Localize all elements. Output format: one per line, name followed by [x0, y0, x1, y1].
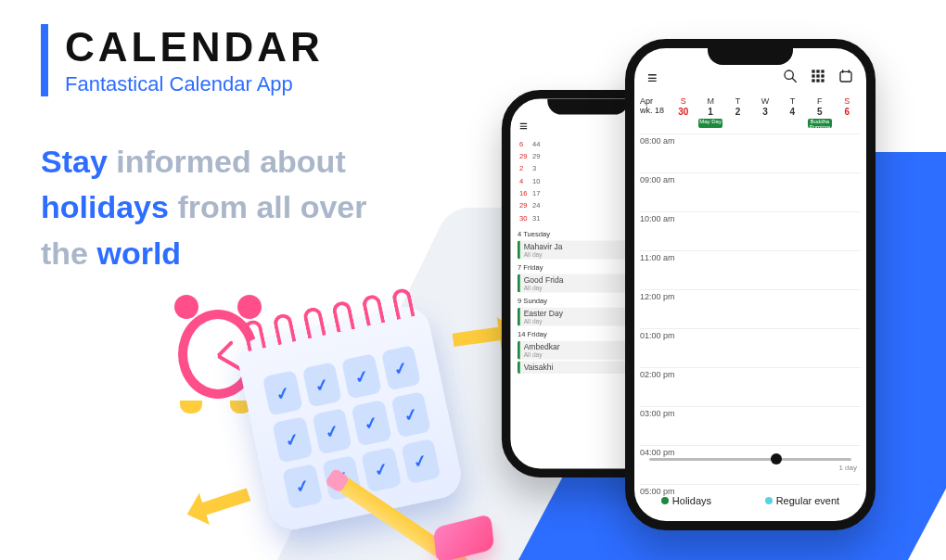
svg-rect-5	[812, 74, 814, 77]
day-number: 3	[751, 107, 778, 117]
mini-week-number: 24	[532, 203, 540, 210]
tagline-word-the: the	[41, 235, 88, 271]
day-name: T	[724, 97, 751, 107]
day-column[interactable]: F5Buddha Purnima	[806, 97, 833, 128]
apps-grid-icon[interactable]	[811, 69, 825, 88]
arrow-icon	[182, 478, 254, 530]
mini-date: 6	[519, 141, 527, 148]
hour-label: 03:00 pm	[640, 407, 679, 418]
mini-week-number: 44	[532, 141, 540, 148]
legend-bar: Holidays Regular event	[634, 490, 866, 512]
day-name: S	[670, 97, 697, 107]
mini-date: 16	[519, 190, 527, 197]
day-column[interactable]: T2	[724, 97, 751, 128]
mini-month-week-col: 4429310172431	[532, 141, 540, 222]
mini-date: 29	[519, 153, 527, 160]
hour-row[interactable]: 09:00 am	[640, 172, 861, 211]
tagline-word-stay: Stay	[41, 144, 108, 179]
svg-rect-10	[821, 79, 824, 82]
hour-label: 04:00 pm	[640, 446, 679, 457]
hour-label: 12:00 pm	[640, 290, 679, 301]
tagline-word-informed: informed about	[116, 144, 345, 179]
svg-rect-3	[816, 70, 819, 72]
hour-row[interactable]: 02:00 pm	[640, 367, 861, 406]
day-column[interactable]: T4	[779, 97, 806, 128]
event-chip[interactable]: Buddha Purnima	[808, 119, 832, 128]
mini-date: 4	[519, 178, 527, 185]
svg-rect-8	[812, 79, 814, 82]
legend-regular: Regular event	[765, 495, 840, 506]
hour-label: 10:00 am	[640, 212, 679, 223]
day-name: F	[806, 97, 833, 107]
svg-line-1	[792, 78, 797, 83]
tagline-word-from: from all over	[177, 189, 366, 224]
phone-mockup-front: ≡ Apr wk. 18 S30M1May DayT2W3T4F5Buddha …	[625, 39, 876, 530]
week-number-label: wk. 18	[640, 107, 670, 116]
svg-rect-2	[812, 70, 814, 72]
week-header: Apr wk. 18 S30M1May DayT2W3T4F5Buddha Pu…	[634, 92, 866, 130]
event-chip[interactable]: May Day	[698, 119, 722, 128]
zoom-slider[interactable]: 1 day	[649, 458, 851, 477]
mini-week-number: 10	[532, 178, 540, 185]
tagline: Stay informed about holidays from all ov…	[41, 139, 505, 276]
heading-block: CALENDAR Fantastical Calendar App	[41, 24, 324, 96]
hour-label: 09:00 am	[640, 173, 679, 185]
tagline-word-holidays: holidays	[41, 189, 169, 224]
mini-week-number: 3	[532, 166, 540, 173]
hamburger-icon[interactable]: ≡	[647, 69, 658, 88]
mini-date: 2	[519, 166, 527, 173]
day-number: 4	[779, 107, 806, 117]
hour-label: 02:00 pm	[640, 368, 679, 379]
mini-week-number: 29	[532, 153, 540, 160]
svg-rect-4	[821, 70, 824, 72]
hour-row[interactable]: 12:00 pm	[640, 289, 861, 328]
day-column[interactable]: M1May Day	[697, 97, 723, 128]
mini-date: 30	[519, 215, 527, 223]
phone-notch	[547, 99, 628, 115]
mini-week-number: 17	[532, 190, 540, 197]
mini-week-number: 31	[532, 215, 540, 223]
day-number: 30	[670, 107, 697, 117]
day-name: T	[779, 97, 806, 107]
day-column[interactable]: W3	[751, 97, 778, 128]
hour-row[interactable]: 10:00 am	[640, 211, 861, 250]
slider-value: 1 day	[838, 464, 857, 472]
hour-row[interactable]: 08:00 am	[640, 134, 861, 172]
hour-row[interactable]: 01:00 pm	[640, 328, 861, 367]
tagline-word-world: world	[96, 235, 181, 271]
day-column[interactable]: S6	[834, 97, 861, 128]
day-number: 5	[806, 107, 833, 117]
search-icon[interactable]	[783, 69, 798, 88]
phone-notch	[708, 48, 793, 65]
hour-row[interactable]: 11:00 am	[640, 250, 861, 289]
day-number: 1	[697, 107, 723, 117]
svg-rect-7	[821, 74, 824, 77]
mini-date: 29	[519, 203, 527, 210]
app-title: CALENDAR	[65, 24, 324, 70]
hour-label: 11:00 am	[640, 251, 679, 262]
mini-month-dates-col: 62924162930	[519, 141, 527, 222]
day-column[interactable]: S30	[670, 97, 697, 128]
svg-rect-11	[840, 71, 851, 82]
day-number: 6	[834, 107, 861, 117]
today-calendar-icon[interactable]	[838, 69, 853, 88]
hour-row[interactable]: 03:00 pm	[640, 406, 861, 445]
svg-point-0	[785, 70, 793, 79]
illustration: ✓✓✓✓ ✓✓✓✓ ✓✓✓✓	[167, 297, 519, 547]
day-name: M	[697, 97, 723, 107]
legend-holidays: Holidays	[661, 495, 711, 506]
svg-rect-6	[816, 74, 819, 77]
day-name: W	[751, 97, 778, 107]
day-number: 2	[724, 107, 751, 117]
hour-label: 01:00 pm	[640, 329, 679, 340]
app-subtitle: Fantastical Calendar App	[65, 72, 324, 96]
day-name: S	[834, 97, 861, 107]
hour-label: 08:00 am	[640, 134, 679, 146]
svg-rect-9	[816, 79, 819, 82]
